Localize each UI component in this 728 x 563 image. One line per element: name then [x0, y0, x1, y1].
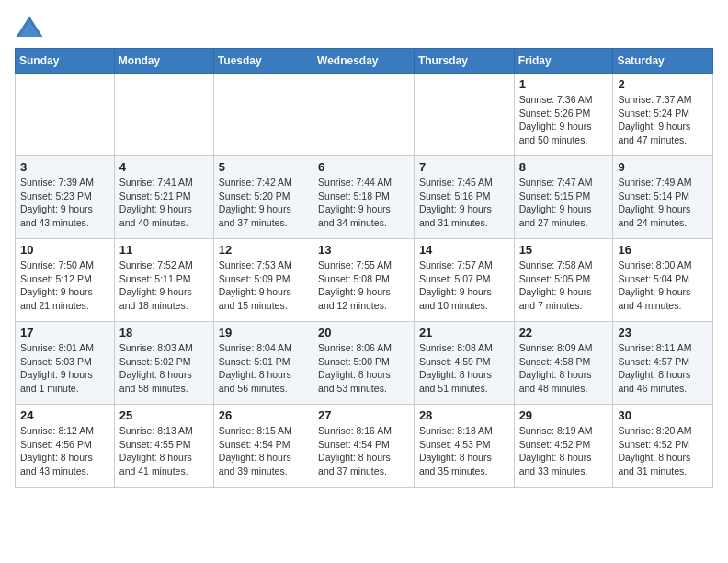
week-row-2: 3Sunrise: 7:39 AMSunset: 5:23 PMDaylight…	[16, 156, 713, 239]
day-cell: 16Sunrise: 8:00 AMSunset: 5:04 PMDayligh…	[613, 239, 713, 322]
day-number: 5	[219, 160, 308, 174]
day-info: Sunrise: 7:36 AMSunset: 5:26 PMDaylight:…	[519, 93, 609, 147]
day-number: 15	[519, 243, 609, 257]
day-number: 24	[20, 408, 109, 422]
day-info: Sunrise: 7:39 AMSunset: 5:23 PMDaylight:…	[20, 176, 109, 230]
day-info: Sunrise: 7:53 AMSunset: 5:09 PMDaylight:…	[219, 259, 308, 313]
day-info: Sunrise: 8:08 AMSunset: 4:59 PMDaylight:…	[419, 341, 509, 396]
day-cell: 21Sunrise: 8:08 AMSunset: 4:59 PMDayligh…	[414, 322, 514, 405]
day-cell	[16, 74, 115, 156]
day-cell: 28Sunrise: 8:18 AMSunset: 4:53 PMDayligh…	[414, 405, 514, 488]
day-info: Sunrise: 7:58 AMSunset: 5:05 PMDaylight:…	[519, 259, 609, 313]
day-cell: 15Sunrise: 7:58 AMSunset: 5:05 PMDayligh…	[514, 239, 613, 322]
day-info: Sunrise: 8:19 AMSunset: 4:52 PMDaylight:…	[519, 424, 609, 478]
header-day-saturday: Saturday	[613, 49, 713, 74]
day-cell: 22Sunrise: 8:09 AMSunset: 4:58 PMDayligh…	[514, 322, 613, 405]
day-number: 4	[119, 160, 209, 174]
day-number: 6	[318, 160, 409, 174]
day-cell: 10Sunrise: 7:50 AMSunset: 5:12 PMDayligh…	[16, 239, 115, 322]
day-info: Sunrise: 8:04 AMSunset: 5:01 PMDaylight:…	[219, 341, 308, 396]
day-number: 16	[618, 243, 708, 257]
day-number: 28	[419, 408, 509, 422]
day-info: Sunrise: 7:37 AMSunset: 5:24 PMDaylight:…	[618, 93, 708, 147]
day-cell: 17Sunrise: 8:01 AMSunset: 5:03 PMDayligh…	[16, 322, 115, 405]
day-number: 22	[519, 326, 609, 339]
day-number: 14	[419, 243, 509, 257]
day-cell	[313, 74, 415, 156]
day-info: Sunrise: 8:12 AMSunset: 4:56 PMDaylight:…	[20, 424, 109, 478]
day-info: Sunrise: 7:47 AMSunset: 5:15 PMDaylight:…	[519, 176, 609, 230]
day-number: 9	[618, 160, 708, 174]
day-cell: 24Sunrise: 8:12 AMSunset: 4:56 PMDayligh…	[16, 405, 115, 488]
day-info: Sunrise: 8:11 AMSunset: 4:57 PMDaylight:…	[618, 341, 708, 396]
day-number: 30	[618, 408, 708, 422]
day-number: 3	[20, 160, 109, 174]
day-cell: 3Sunrise: 7:39 AMSunset: 5:23 PMDaylight…	[16, 156, 115, 239]
day-cell: 13Sunrise: 7:55 AMSunset: 5:08 PMDayligh…	[313, 239, 415, 322]
day-info: Sunrise: 7:55 AMSunset: 5:08 PMDaylight:…	[318, 259, 409, 313]
page-header	[15, 15, 713, 40]
day-cell: 7Sunrise: 7:45 AMSunset: 5:16 PMDaylight…	[414, 156, 514, 239]
day-info: Sunrise: 7:52 AMSunset: 5:11 PMDaylight:…	[119, 259, 209, 313]
header-day-wednesday: Wednesday	[313, 49, 415, 74]
day-info: Sunrise: 8:16 AMSunset: 4:54 PMDaylight:…	[318, 424, 409, 478]
header-day-monday: Monday	[114, 49, 213, 74]
day-number: 20	[318, 326, 409, 339]
day-cell: 26Sunrise: 8:15 AMSunset: 4:54 PMDayligh…	[213, 405, 313, 488]
day-cell	[414, 74, 514, 156]
day-cell: 18Sunrise: 8:03 AMSunset: 5:02 PMDayligh…	[114, 322, 213, 405]
day-number: 18	[119, 326, 209, 339]
day-number: 8	[519, 160, 609, 174]
day-info: Sunrise: 8:13 AMSunset: 4:55 PMDaylight:…	[119, 424, 209, 478]
day-number: 10	[20, 243, 109, 257]
header-day-sunday: Sunday	[16, 49, 115, 74]
day-cell: 4Sunrise: 7:41 AMSunset: 5:21 PMDaylight…	[114, 156, 213, 239]
day-number: 11	[119, 243, 209, 257]
day-number: 19	[219, 326, 308, 339]
day-cell: 27Sunrise: 8:16 AMSunset: 4:54 PMDayligh…	[313, 405, 415, 488]
day-cell: 20Sunrise: 8:06 AMSunset: 5:00 PMDayligh…	[313, 322, 415, 405]
day-cell: 9Sunrise: 7:49 AMSunset: 5:14 PMDaylight…	[613, 156, 713, 239]
day-cell: 11Sunrise: 7:52 AMSunset: 5:11 PMDayligh…	[114, 239, 213, 322]
day-cell: 8Sunrise: 7:47 AMSunset: 5:15 PMDaylight…	[514, 156, 613, 239]
day-number: 27	[318, 408, 409, 422]
day-number: 23	[618, 326, 708, 339]
logo-icon	[15, 15, 44, 40]
day-number: 29	[519, 408, 609, 422]
day-cell: 6Sunrise: 7:44 AMSunset: 5:18 PMDaylight…	[313, 156, 415, 239]
week-row-3: 10Sunrise: 7:50 AMSunset: 5:12 PMDayligh…	[16, 239, 713, 322]
day-number: 25	[119, 408, 209, 422]
day-info: Sunrise: 7:50 AMSunset: 5:12 PMDaylight:…	[20, 259, 109, 313]
day-info: Sunrise: 8:15 AMSunset: 4:54 PMDaylight:…	[219, 424, 308, 478]
day-cell: 2Sunrise: 7:37 AMSunset: 5:24 PMDaylight…	[613, 74, 713, 156]
day-cell: 29Sunrise: 8:19 AMSunset: 4:52 PMDayligh…	[514, 405, 613, 488]
day-number: 21	[419, 326, 509, 339]
day-info: Sunrise: 8:20 AMSunset: 4:52 PMDaylight:…	[618, 424, 708, 478]
day-number: 17	[20, 326, 109, 339]
day-cell: 19Sunrise: 8:04 AMSunset: 5:01 PMDayligh…	[213, 322, 313, 405]
day-info: Sunrise: 8:00 AMSunset: 5:04 PMDaylight:…	[618, 259, 708, 313]
day-info: Sunrise: 7:45 AMSunset: 5:16 PMDaylight:…	[419, 176, 509, 230]
day-cell: 5Sunrise: 7:42 AMSunset: 5:20 PMDaylight…	[213, 156, 313, 239]
day-cell: 23Sunrise: 8:11 AMSunset: 4:57 PMDayligh…	[613, 322, 713, 405]
day-info: Sunrise: 8:03 AMSunset: 5:02 PMDaylight:…	[119, 341, 209, 396]
day-number: 1	[519, 77, 609, 91]
day-number: 2	[618, 77, 708, 91]
day-info: Sunrise: 7:44 AMSunset: 5:18 PMDaylight:…	[318, 176, 409, 230]
day-cell	[114, 74, 213, 156]
day-number: 26	[219, 408, 308, 422]
day-info: Sunrise: 8:09 AMSunset: 4:58 PMDaylight:…	[519, 341, 609, 396]
day-info: Sunrise: 8:01 AMSunset: 5:03 PMDaylight:…	[20, 341, 109, 396]
day-info: Sunrise: 7:57 AMSunset: 5:07 PMDaylight:…	[419, 259, 509, 313]
day-number: 13	[318, 243, 409, 257]
week-row-1: 1Sunrise: 7:36 AMSunset: 5:26 PMDaylight…	[16, 74, 713, 156]
day-info: Sunrise: 8:18 AMSunset: 4:53 PMDaylight:…	[419, 424, 509, 478]
day-info: Sunrise: 8:06 AMSunset: 5:00 PMDaylight:…	[318, 341, 409, 396]
header-day-tuesday: Tuesday	[213, 49, 313, 74]
day-cell: 14Sunrise: 7:57 AMSunset: 5:07 PMDayligh…	[414, 239, 514, 322]
header-day-friday: Friday	[514, 49, 613, 74]
day-cell: 30Sunrise: 8:20 AMSunset: 4:52 PMDayligh…	[613, 405, 713, 488]
logo	[15, 15, 48, 40]
day-cell	[213, 74, 313, 156]
day-info: Sunrise: 7:42 AMSunset: 5:20 PMDaylight:…	[219, 176, 308, 230]
